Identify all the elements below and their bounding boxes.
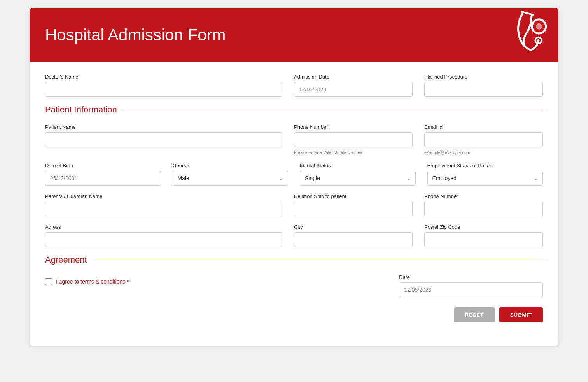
dob-input[interactable] bbox=[45, 171, 161, 186]
marital-status-select[interactable]: Single Married Divorced Widowed bbox=[300, 171, 416, 186]
doctors-name-label: Doctor's Name bbox=[45, 74, 282, 80]
svg-point-1 bbox=[535, 23, 543, 30]
patient-name-group: Patient Name bbox=[45, 124, 282, 155]
terms-checkbox[interactable] bbox=[45, 278, 52, 285]
guardian-phone-group: Phone Number bbox=[424, 193, 543, 216]
patient-row-3: Parents / Guardian Name Relation Ship to… bbox=[45, 193, 543, 216]
agreement-section-title: Agreement bbox=[45, 255, 87, 265]
phone-number-label: Phone Number bbox=[294, 124, 413, 130]
form-header: Hospital Admission Form bbox=[30, 8, 558, 62]
gender-select[interactable]: Male Female Other bbox=[173, 171, 289, 186]
agreement-date-input[interactable] bbox=[399, 282, 543, 297]
patient-row-1: Patient Name Phone Number Please Enter a… bbox=[45, 124, 543, 155]
phone-number-group: Phone Number Please Enter a Valid Mobile… bbox=[294, 124, 413, 155]
form-title: Hospital Admission Form bbox=[45, 26, 226, 44]
zip-input[interactable] bbox=[424, 232, 543, 247]
city-group: City bbox=[294, 224, 413, 247]
planned-procedure-group: Planned Procedure bbox=[424, 74, 543, 97]
zip-label: Postal Zip Code bbox=[424, 224, 543, 230]
patient-section-title: Patient Information bbox=[45, 105, 117, 115]
terms-label[interactable]: I agree to terms & conditions * bbox=[56, 279, 129, 285]
employment-select[interactable]: Employed Unemployed Self-Employed Studen… bbox=[427, 171, 543, 186]
employment-select-wrapper: Employed Unemployed Self-Employed Studen… bbox=[427, 171, 543, 186]
email-group: Email Id example@example.com bbox=[424, 124, 543, 155]
agreement-row: I agree to terms & conditions * Date RES… bbox=[45, 274, 543, 322]
phone-number-input[interactable] bbox=[294, 132, 413, 147]
doctors-name-group: Doctor's Name bbox=[45, 74, 282, 97]
agreement-left: I agree to terms & conditions * bbox=[45, 274, 332, 322]
guardian-name-input[interactable] bbox=[45, 202, 282, 216]
marital-select-wrapper: Single Married Divorced Widowed ⌄ bbox=[300, 171, 416, 186]
patient-section-line bbox=[123, 110, 543, 110]
agreement-date-group: Date bbox=[399, 274, 543, 297]
button-row: RESET SUBMIT bbox=[399, 307, 543, 322]
svg-line-6 bbox=[522, 12, 533, 15]
submit-button[interactable]: SUBMIT bbox=[499, 307, 543, 322]
guardian-phone-label: Phone Number bbox=[424, 193, 543, 199]
patient-row-4: Adress City Postal Zip Code bbox=[45, 224, 543, 247]
gender-group: Gender Male Female Other ⌄ bbox=[173, 163, 289, 186]
relation-label: Relation Ship to patient bbox=[294, 193, 413, 199]
employment-label: Employment Status of Patient bbox=[427, 163, 543, 168]
marital-status-group: Marital Status Single Married Divorced W… bbox=[300, 163, 416, 186]
patient-row-2: Date of Birth Gender Male Female Other ⌄… bbox=[45, 163, 543, 186]
reset-button[interactable]: RESET bbox=[454, 307, 495, 322]
planned-procedure-label: Planned Procedure bbox=[424, 74, 543, 80]
dob-group: Date of Birth bbox=[45, 163, 161, 186]
address-label: Adress bbox=[45, 224, 282, 230]
email-label: Email Id bbox=[424, 124, 543, 130]
patient-name-input[interactable] bbox=[45, 132, 282, 147]
doctors-name-input[interactable] bbox=[45, 82, 282, 97]
terms-required: * bbox=[125, 279, 129, 285]
form-body: Doctor's Name Admission Date Planned Pro… bbox=[30, 62, 558, 346]
phone-hint: Please Enter a Valid Mobile Number bbox=[294, 150, 413, 155]
city-label: City bbox=[294, 224, 413, 230]
top-row: Doctor's Name Admission Date Planned Pro… bbox=[45, 74, 543, 97]
admission-date-input[interactable] bbox=[294, 82, 413, 97]
planned-procedure-input[interactable] bbox=[424, 82, 543, 97]
email-input[interactable] bbox=[424, 132, 543, 147]
city-input[interactable] bbox=[294, 232, 413, 247]
agreement-date-label: Date bbox=[399, 274, 543, 280]
admission-date-group: Admission Date bbox=[294, 74, 413, 97]
employment-group: Employment Status of Patient Employed Un… bbox=[427, 163, 543, 186]
terms-checkbox-row: I agree to terms & conditions * bbox=[45, 278, 332, 285]
agreement-right: Date RESET SUBMIT bbox=[399, 274, 543, 322]
guardian-phone-input[interactable] bbox=[424, 202, 543, 216]
admission-date-label: Admission Date bbox=[294, 74, 413, 80]
form-container: Hospital Admission Form Doctor's Name bbox=[30, 8, 558, 346]
agreement-section-line bbox=[93, 260, 543, 260]
patient-name-label: Patient Name bbox=[45, 124, 282, 130]
gender-label: Gender bbox=[173, 163, 289, 168]
address-input[interactable] bbox=[45, 232, 282, 247]
patient-section-header: Patient Information bbox=[45, 105, 543, 115]
marital-status-label: Marital Status bbox=[300, 163, 416, 168]
email-hint: example@example.com bbox=[424, 150, 543, 155]
address-group: Adress bbox=[45, 224, 282, 247]
guardian-name-label: Parents / Guardian Name bbox=[45, 193, 282, 199]
zip-group: Postal Zip Code bbox=[424, 224, 543, 247]
relation-group: Relation Ship to patient bbox=[294, 193, 413, 216]
dob-label: Date of Birth bbox=[45, 163, 161, 168]
guardian-name-group: Parents / Guardian Name bbox=[45, 193, 282, 216]
agreement-spacer bbox=[344, 274, 387, 322]
relation-input[interactable] bbox=[294, 202, 413, 216]
agreement-section-header: Agreement bbox=[45, 255, 543, 265]
terms-label-text: I agree to terms & conditions bbox=[56, 279, 125, 285]
gender-select-wrapper: Male Female Other ⌄ bbox=[173, 171, 289, 186]
